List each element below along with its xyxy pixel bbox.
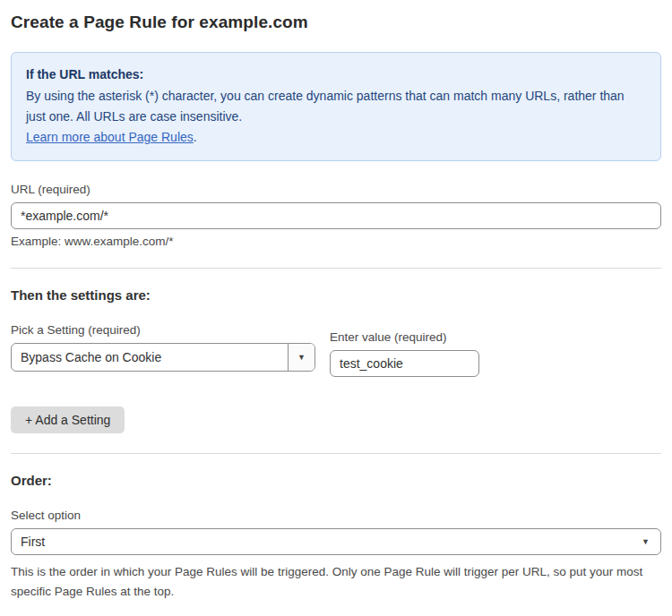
info-box-body-text: By using the asterisk (*) character, you… [26,89,625,124]
order-helper-text: This is the order in which your Page Rul… [11,562,656,602]
page-title: Create a Page Rule for example.com [11,13,661,32]
order-section-heading: Order: [11,473,661,488]
order-select[interactable]: First ▼ [11,528,661,555]
settings-section-heading: Then the settings are: [11,287,661,303]
link-period: . [194,130,197,144]
create-page-rule-panel: Create a Page Rule for example.com If th… [0,0,672,616]
setting-select[interactable]: Bypass Cache on Cookie ▼ [11,343,315,372]
setting-value-input[interactable] [330,350,479,377]
url-field-group: URL (required) Example: www.example.com/… [11,183,661,248]
url-matches-info-box: If the URL matches: By using the asteris… [11,52,661,161]
add-setting-button[interactable]: + Add a Setting [11,406,125,433]
order-select-value: First [21,535,45,549]
setting-select-value: Bypass Cache on Cookie [12,344,288,371]
settings-row: Pick a Setting (required) Bypass Cache o… [11,323,661,377]
divider [11,453,661,454]
add-setting-wrap: + Add a Setting [11,406,661,433]
url-input[interactable] [11,202,661,229]
setting-value-group: Enter value (required) [330,330,479,377]
setting-select-arrow-button[interactable]: ▼ [288,344,314,371]
chevron-down-icon: ▼ [642,538,650,546]
info-box-link-line: Learn more about Page Rules. [26,127,646,148]
order-select-label: Select option [11,509,661,522]
order-field-group: Select option First ▼ This is the order … [11,509,661,602]
info-box-body: By using the asterisk (*) character, you… [26,86,646,127]
setting-select-label: Pick a Setting (required) [11,323,315,337]
setting-select-group: Pick a Setting (required) Bypass Cache o… [11,323,315,372]
divider [11,268,661,269]
url-field-label: URL (required) [11,183,661,196]
setting-value-label: Enter value (required) [330,330,479,344]
learn-more-link[interactable]: Learn more about Page Rules [26,130,194,144]
info-box-heading: If the URL matches: [26,64,646,85]
url-field-helper: Example: www.example.com/* [11,235,661,248]
chevron-down-icon: ▼ [297,354,306,362]
